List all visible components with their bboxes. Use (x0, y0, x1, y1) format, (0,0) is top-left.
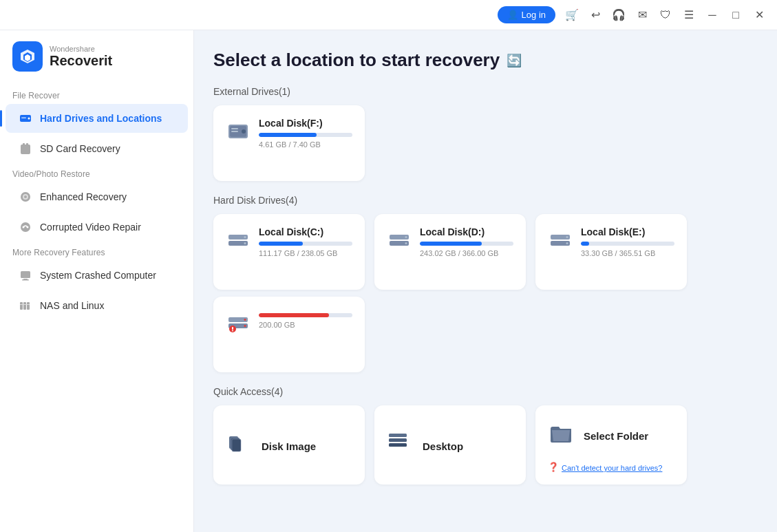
nas-linux-icon (18, 298, 33, 313)
sd-card-label: SD Card Recovery (40, 143, 120, 154)
drive-card-e[interactable]: Local Disk(E:) 33.30 GB / 365.51 GB (535, 214, 687, 290)
maximize-button[interactable]: □ (726, 6, 745, 25)
svg-rect-18 (20, 304, 30, 305)
svg-rect-4 (23, 143, 25, 146)
drive-info-d: Local Disk(D:) 243.02 GB / 366.00 GB (420, 226, 513, 257)
close-button[interactable]: ✕ (749, 6, 769, 25)
svg-point-34 (566, 236, 568, 238)
select-folder-icon (548, 421, 574, 451)
svg-point-23 (242, 129, 246, 134)
progress-bg-e (581, 242, 674, 246)
drive-size-d: 243.02 GB / 366.00 GB (420, 249, 513, 257)
external-drives-row: Local Disk(F:) 4.61 GB / 7.40 GB (213, 105, 758, 181)
cart-icon[interactable]: 🛒 (562, 6, 582, 25)
logo-main: Recoverit (50, 53, 112, 69)
drive-size-unnamed: 200.00 GB (259, 321, 352, 329)
page-title-row: Select a location to start recovery 🔄 (213, 50, 758, 71)
sidebar-item-nas-linux[interactable]: NAS and Linux (6, 291, 188, 320)
history-icon[interactable]: ↩ (586, 6, 605, 25)
corrupted-video-label: Corrupted Video Repair (40, 222, 141, 233)
svg-point-31 (405, 242, 407, 244)
refresh-icon[interactable]: 🔄 (507, 53, 522, 68)
sidebar: Wondershare Recoverit File Recover Hard … (0, 30, 194, 532)
progress-bg-f (259, 133, 352, 137)
svg-point-35 (566, 242, 568, 244)
progress-fill-f (259, 133, 317, 137)
quick-card-select-folder[interactable]: Select Folder ❓ Can't detect your hard d… (535, 405, 687, 485)
progress-fill-d (420, 242, 482, 246)
cant-detect-row: ❓ Can't detect your hard drives? (548, 461, 662, 472)
drive-size-f: 4.61 GB / 7.40 GB (259, 140, 352, 149)
select-folder-inner: Select Folder (548, 421, 648, 451)
minimize-button[interactable]: ─ (703, 6, 722, 25)
logo-area: Wondershare Recoverit (0, 41, 193, 85)
drive-card-d[interactable]: Local Disk(D:) 243.02 GB / 366.00 GB (374, 214, 526, 290)
quick-card-desktop[interactable]: Desktop (374, 405, 526, 485)
svg-rect-46 (389, 434, 407, 437)
svg-point-26 (244, 236, 246, 238)
drive-card-e-inner: Local Disk(E:) 33.30 GB / 365.51 GB (548, 226, 674, 257)
drive-icon-f (226, 119, 251, 144)
drive-card-unnamed[interactable]: 200.00 GB (213, 297, 365, 372)
svg-rect-22 (231, 131, 238, 132)
svg-rect-17 (27, 302, 30, 310)
drive-card-c[interactable]: Local Disk(C:) 111.17 GB / 238.05 GB (213, 214, 365, 290)
section-label-more-recovery: More Recovery Features (0, 242, 193, 260)
drive-card-f[interactable]: Local Disk(F:) 4.61 GB / 7.40 GB (213, 105, 365, 181)
system-crashed-icon (18, 268, 33, 283)
logo-text-area: Wondershare Recoverit (50, 45, 112, 69)
svg-rect-12 (21, 271, 30, 278)
svg-rect-48 (389, 443, 407, 447)
desktop-label: Desktop (423, 440, 463, 452)
logo-sub: Wondershare (50, 45, 112, 53)
svg-rect-45 (232, 439, 241, 451)
svg-rect-3 (21, 145, 30, 154)
quick-card-disk-image[interactable]: Disk Image (213, 405, 365, 485)
user-icon: 👤 (507, 10, 518, 20)
svg-rect-5 (26, 143, 28, 146)
drive-name-c: Local Disk(C:) (259, 226, 352, 237)
titlebar-icons: 🛒 ↩ 🎧 ✉ 🛡 ☰ ─ □ ✕ (562, 6, 769, 25)
drive-name-e: Local Disk(E:) (581, 226, 674, 237)
menu-icon[interactable]: ☰ (679, 6, 699, 25)
drive-info-c: Local Disk(C:) 111.17 GB / 238.05 GB (259, 226, 352, 257)
drive-name-f: Local Disk(F:) (259, 118, 352, 129)
cant-detect-link[interactable]: Can't detect your hard drives? (562, 464, 662, 472)
progress-fill-e (581, 242, 589, 246)
drive-size-e: 33.30 GB / 365.51 GB (581, 249, 674, 257)
progress-bg-d (420, 242, 513, 246)
drive-info-e: Local Disk(E:) 33.30 GB / 365.51 GB (581, 226, 674, 257)
mail-icon[interactable]: ✉ (632, 6, 652, 25)
shield-icon[interactable]: 🛡 (656, 6, 675, 25)
svg-point-38 (244, 319, 246, 321)
desktop-icon (387, 431, 413, 462)
svg-rect-16 (23, 302, 26, 310)
sidebar-item-corrupted-video[interactable]: Corrupted Video Repair (6, 213, 188, 242)
drive-name-d: Local Disk(D:) (420, 226, 513, 237)
sidebar-item-system-crashed[interactable]: System Crashed Computer (6, 261, 188, 290)
hard-drives-row-2: 200.00 GB (213, 297, 758, 372)
login-button[interactable]: 👤 Log in (498, 6, 555, 23)
sidebar-item-enhanced[interactable]: Enhanced Recovery (6, 182, 188, 211)
svg-point-1 (28, 118, 30, 120)
headset-icon[interactable]: 🎧 (609, 6, 628, 25)
drive-icon-unnamed (226, 310, 251, 335)
hard-drive-icon (18, 111, 33, 126)
quick-access-section-label: Quick Access(4) (213, 386, 758, 397)
sidebar-item-sd-card[interactable]: SD Card Recovery (6, 134, 188, 163)
logo-icon (12, 41, 43, 72)
svg-point-27 (244, 242, 246, 244)
system-crashed-label: System Crashed Computer (40, 270, 156, 281)
svg-point-42 (232, 330, 233, 332)
drive-icon-d (387, 228, 412, 253)
titlebar: 👤 Log in 🛒 ↩ 🎧 ✉ 🛡 ☰ ─ □ ✕ (0, 0, 777, 30)
main-layout: Wondershare Recoverit File Recover Hard … (0, 30, 777, 532)
progress-bg-c (259, 242, 352, 246)
progress-bg-unnamed (259, 313, 352, 317)
sidebar-item-hard-drives[interactable]: Hard Drives and Locations (6, 104, 188, 133)
section-label-file-recover: File Recover (0, 85, 193, 103)
drive-card-unnamed-inner: 200.00 GB (226, 309, 352, 335)
quick-access-row: Disk Image Desktop (213, 405, 758, 485)
sd-card-icon (18, 141, 33, 156)
drive-info-f: Local Disk(F:) 4.61 GB / 7.40 GB (259, 118, 352, 149)
